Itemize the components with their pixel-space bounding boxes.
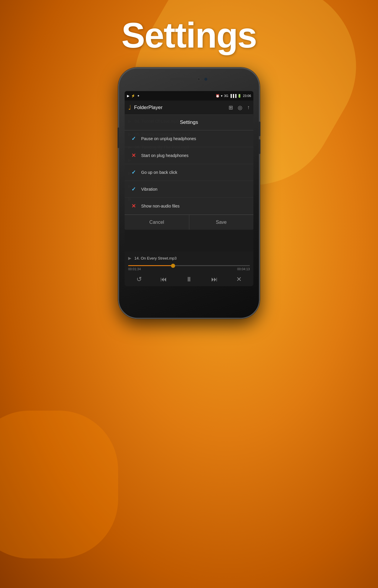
settings-dialog: Settings ✓ Pause on unplug headphones ✕ … bbox=[125, 115, 253, 230]
play-status-icon: ▶ bbox=[127, 94, 129, 98]
progress-thumb[interactable] bbox=[171, 264, 175, 268]
now-playing-section: ▶ 14. On Every Street.mp3 bbox=[125, 252, 253, 263]
sort-icon[interactable]: ↑ bbox=[247, 104, 250, 111]
dialog-buttons: Cancel Save bbox=[125, 215, 253, 230]
next-button[interactable]: ⏭ bbox=[211, 276, 218, 283]
now-playing-name: 14. On Every Street.mp3 bbox=[134, 256, 177, 260]
progress-fill bbox=[128, 265, 173, 266]
check-icon-back-click: ✓ bbox=[129, 168, 138, 176]
status-bar-right: ⏰ ▾ 3G ▐▐▐ 🔋 23:06 bbox=[216, 94, 251, 98]
app-header: ♩ FolderPlayer ⊞ ◎ ↑ bbox=[125, 101, 253, 115]
settings-icon[interactable]: ◎ bbox=[238, 104, 242, 111]
phone-screen: ▶ ⚡ ✦ ⏰ ▾ 3G ▐▐▐ 🔋 23:06 ♩ FolderPlayer bbox=[125, 91, 253, 286]
usb-icon: ⚡ bbox=[131, 94, 135, 98]
cross-icon-non-audio: ✕ bbox=[129, 202, 138, 210]
settings-label-non-audio: Show non-audio files bbox=[141, 204, 180, 208]
bg-decoration-2 bbox=[0, 411, 118, 558]
app-logo-icon: ♩ bbox=[128, 104, 131, 111]
battery-icon: 🔋 bbox=[237, 94, 242, 98]
screen-content: ▶ ⚡ ✦ ⏰ ▾ 3G ▐▐▐ 🔋 23:06 ♩ FolderPlayer bbox=[125, 91, 253, 286]
wifi-icon: ▾ bbox=[221, 94, 223, 98]
current-time: 00:01:34 bbox=[128, 267, 141, 271]
settings-label-back-click: Go up on back click bbox=[141, 170, 177, 175]
save-button[interactable]: Save bbox=[189, 215, 254, 230]
notification-icon: ✦ bbox=[137, 94, 140, 98]
settings-label-vibration: Vibration bbox=[141, 187, 157, 192]
repeat-button[interactable]: ↺ bbox=[136, 276, 142, 283]
settings-item-start-headphones[interactable]: ✕ Start on plug headphones bbox=[125, 147, 253, 164]
speaker-grille bbox=[170, 78, 194, 80]
progress-track[interactable] bbox=[128, 265, 250, 266]
settings-item-vibration[interactable]: ✓ Vibration bbox=[125, 181, 253, 198]
cancel-button[interactable]: Cancel bbox=[125, 215, 189, 230]
stop-button[interactable]: ✕ bbox=[236, 276, 242, 283]
power-button[interactable] bbox=[118, 127, 119, 148]
progress-container[interactable]: 00:01:34 00:04:13 bbox=[125, 263, 253, 273]
pause-button[interactable]: ⏸ bbox=[186, 276, 192, 283]
3g-icon: 3G bbox=[224, 94, 228, 98]
now-playing-play-icon: ▶ bbox=[128, 256, 131, 260]
check-icon-pause-headphones: ✓ bbox=[129, 135, 138, 143]
phone-mockup: ▶ ⚡ ✦ ⏰ ▾ 3G ▐▐▐ 🔋 23:06 ♩ FolderPlayer bbox=[118, 67, 260, 319]
settings-item-non-audio[interactable]: ✕ Show non-audio files bbox=[125, 198, 253, 215]
cross-icon-start-headphones: ✕ bbox=[129, 151, 138, 160]
check-icon-vibration: ✓ bbox=[129, 185, 138, 193]
app-name-label: FolderPlayer bbox=[134, 105, 229, 111]
status-bar: ▶ ⚡ ✦ ⏰ ▾ 3G ▐▐▐ 🔋 23:06 bbox=[125, 91, 253, 101]
settings-item-back-click[interactable]: ✓ Go up on back click bbox=[125, 164, 253, 181]
settings-label-pause-headphones: Pause on unplug headphones bbox=[141, 136, 196, 141]
vol-down-button[interactable] bbox=[259, 139, 260, 154]
camera-dot bbox=[204, 77, 208, 81]
now-playing-track: ▶ 14. On Every Street.mp3 bbox=[128, 254, 250, 262]
dialog-title: Settings bbox=[125, 115, 253, 130]
total-time: 00:04:13 bbox=[237, 267, 250, 271]
equalizer-icon[interactable]: ⊞ bbox=[229, 104, 233, 111]
page-title: Settings bbox=[121, 15, 256, 56]
header-actions: ⊞ ◎ ↑ bbox=[229, 104, 250, 111]
signal-icon: ▐▐▐ bbox=[229, 94, 236, 98]
phone-top-bar bbox=[170, 77, 208, 81]
transport-controls: ↺ ⏮ ⏸ ⏭ ✕ bbox=[125, 273, 253, 286]
alarm-icon: ⏰ bbox=[216, 94, 220, 98]
prev-button[interactable]: ⏮ bbox=[160, 276, 167, 283]
sensor-dot bbox=[197, 78, 200, 81]
settings-label-start-headphones: Start on plug headphones bbox=[141, 153, 188, 158]
status-bar-left: ▶ ⚡ ✦ bbox=[127, 94, 140, 98]
settings-item-pause-headphones[interactable]: ✓ Pause on unplug headphones bbox=[125, 130, 253, 147]
clock: 23:06 bbox=[243, 94, 251, 98]
time-row: 00:01:34 00:04:13 bbox=[128, 267, 250, 271]
vol-up-button[interactable] bbox=[259, 122, 260, 136]
